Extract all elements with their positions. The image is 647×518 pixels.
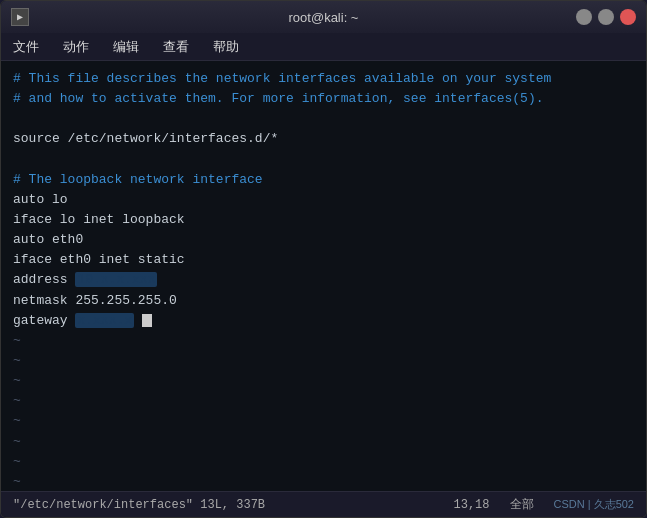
line-tilde-1: ~ [13, 331, 634, 351]
line-7: auto lo [13, 190, 634, 210]
line-11: address 10.x.x.xxx [13, 270, 634, 290]
line-1: # This file describes the network interf… [13, 69, 634, 89]
menu-action[interactable]: 动作 [59, 36, 93, 58]
statusbar: "/etc/network/interfaces" 13L, 337B 13,1… [1, 491, 646, 517]
redacted-address: 10.x.x.xxx [75, 272, 157, 287]
line-13: gateway x.xxx.x [13, 311, 634, 331]
line-tilde-5: ~ [13, 411, 634, 431]
line-tilde-7: ~ [13, 452, 634, 472]
line-12: netmask 255.255.255.0 [13, 291, 634, 311]
line-tilde-6: ~ [13, 432, 634, 452]
line-5 [13, 150, 634, 170]
line-2: # and how to activate them. For more inf… [13, 89, 634, 109]
line-tilde-2: ~ [13, 351, 634, 371]
minimize-button[interactable] [576, 9, 592, 25]
line-9: auto eth0 [13, 230, 634, 250]
redacted-gateway: x.xxx.x [75, 313, 134, 328]
window-controls [576, 9, 636, 25]
close-button[interactable] [620, 9, 636, 25]
cursor-position: 13,18 [453, 498, 489, 512]
line-tilde-3: ~ [13, 371, 634, 391]
window-title: root@kali: ~ [289, 10, 359, 25]
menu-help[interactable]: 帮助 [209, 36, 243, 58]
menu-view[interactable]: 查看 [159, 36, 193, 58]
file-info: "/etc/network/interfaces" 13L, 337B [13, 498, 265, 512]
maximize-button[interactable] [598, 9, 614, 25]
titlebar: ▶ root@kali: ~ [1, 1, 646, 33]
status-right: 13,18 全部 CSDN | 久志502 [453, 496, 634, 513]
line-3 [13, 109, 634, 129]
line-tilde-4: ~ [13, 391, 634, 411]
scroll-position: 全部 [510, 496, 534, 513]
editor-area[interactable]: # This file describes the network interf… [1, 61, 646, 491]
line-tilde-8: ~ [13, 472, 634, 491]
watermark: CSDN | 久志502 [554, 497, 635, 512]
terminal-window: ▶ root@kali: ~ 文件 动作 编辑 查看 帮助 # This fil… [0, 0, 647, 518]
menu-file[interactable]: 文件 [9, 36, 43, 58]
menubar: 文件 动作 编辑 查看 帮助 [1, 33, 646, 61]
line-4: source /etc/network/interfaces.d/* [13, 129, 634, 149]
terminal-icon: ▶ [11, 8, 29, 26]
line-6: # The loopback network interface [13, 170, 634, 190]
menu-edit[interactable]: 编辑 [109, 36, 143, 58]
line-8: iface lo inet loopback [13, 210, 634, 230]
line-10: iface eth0 inet static [13, 250, 634, 270]
